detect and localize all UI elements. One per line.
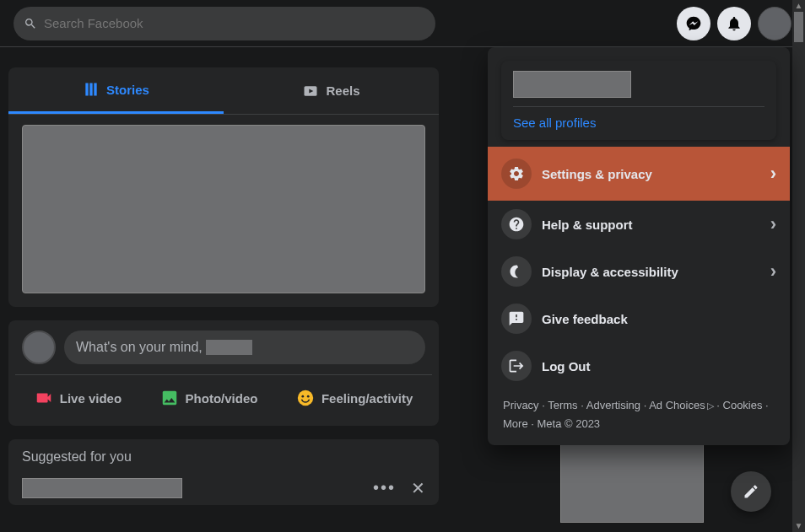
photo-video-button[interactable]: Photo/video bbox=[152, 384, 267, 412]
compose-fab[interactable] bbox=[731, 471, 771, 512]
composer-input[interactable]: What's on your mind, bbox=[64, 330, 425, 364]
footer-more[interactable]: More bbox=[503, 417, 528, 430]
menu-logout[interactable]: Log Out bbox=[494, 342, 783, 390]
photo-video-label: Photo/video bbox=[186, 391, 258, 406]
menu-footer: Privacy · Terms · Advertising · Ad Choic… bbox=[494, 390, 783, 438]
stories-area[interactable] bbox=[22, 125, 425, 293]
composer-card: What's on your mind, Live video Photo/vi… bbox=[8, 320, 439, 426]
messenger-button[interactable] bbox=[677, 7, 710, 40]
chevron-right-icon: › bbox=[770, 163, 776, 185]
suggested-close-button[interactable]: ✕ bbox=[411, 478, 425, 498]
gear-icon bbox=[508, 165, 525, 182]
scroll-down-arrow[interactable]: ▼ bbox=[792, 520, 805, 532]
photo-icon bbox=[160, 389, 179, 407]
scroll-up-arrow[interactable]: ▲ bbox=[792, 0, 805, 12]
composer-prompt: What's on your mind, bbox=[76, 340, 203, 355]
menu-help-support[interactable]: Help & support › bbox=[494, 201, 783, 248]
svg-point-1 bbox=[298, 390, 313, 406]
reels-icon bbox=[302, 83, 319, 99]
svg-point-3 bbox=[307, 395, 310, 398]
chevron-right-icon: › bbox=[770, 261, 776, 282]
stories-icon bbox=[83, 81, 100, 98]
account-avatar[interactable] bbox=[758, 7, 791, 40]
menu-display-accessibility[interactable]: Display & accessibility › bbox=[494, 248, 783, 295]
scroll-thumb[interactable] bbox=[794, 12, 803, 42]
help-icon bbox=[508, 216, 525, 233]
edit-icon bbox=[743, 483, 759, 500]
footer-meta: Meta © 2023 bbox=[537, 417, 600, 430]
svg-point-2 bbox=[301, 395, 304, 398]
suggested-item-placeholder bbox=[22, 478, 182, 498]
menu-feedback-label: Give feedback bbox=[542, 312, 628, 326]
feeling-label: Feeling/activity bbox=[321, 391, 413, 406]
composer-name-placeholder bbox=[206, 340, 252, 355]
tab-stories[interactable]: Stories bbox=[8, 67, 224, 114]
live-video-button[interactable]: Live video bbox=[26, 384, 130, 412]
see-all-profiles-link[interactable]: See all profiles bbox=[513, 116, 764, 130]
suggested-more-button[interactable]: ••• bbox=[373, 478, 396, 498]
menu-give-feedback[interactable]: Give feedback bbox=[494, 295, 783, 342]
footer-cookies[interactable]: Cookies bbox=[723, 399, 763, 411]
logout-icon bbox=[508, 357, 525, 374]
search-input[interactable] bbox=[44, 16, 425, 30]
menu-settings-label: Settings & privacy bbox=[542, 167, 652, 181]
menu-help-label: Help & support bbox=[542, 218, 633, 232]
account-menu: See all profiles Settings & privacy › He… bbox=[488, 47, 790, 445]
search-icon bbox=[24, 17, 37, 30]
composer-avatar[interactable] bbox=[22, 330, 56, 364]
menu-settings-privacy[interactable]: Settings & privacy › bbox=[488, 147, 790, 201]
profile-card[interactable]: See all profiles bbox=[501, 61, 776, 140]
menu-logout-label: Log Out bbox=[542, 359, 590, 373]
chevron-right-icon: › bbox=[770, 213, 776, 235]
footer-advertising[interactable]: Advertising bbox=[586, 399, 640, 411]
suggested-card: Suggested for you ••• ✕ bbox=[8, 439, 439, 505]
moon-icon bbox=[508, 263, 525, 280]
live-video-label: Live video bbox=[60, 391, 122, 406]
video-icon bbox=[35, 389, 53, 407]
smile-icon bbox=[296, 389, 315, 407]
feeling-button[interactable]: Feeling/activity bbox=[288, 384, 421, 412]
tab-reels[interactable]: Reels bbox=[224, 67, 439, 114]
menu-display-label: Display & accessibility bbox=[542, 265, 678, 279]
suggested-heading: Suggested for you bbox=[22, 449, 425, 465]
profile-name-placeholder bbox=[513, 71, 631, 98]
messenger-icon bbox=[685, 15, 702, 32]
feedback-icon bbox=[508, 310, 525, 327]
stories-card: Stories Reels bbox=[8, 67, 439, 307]
tab-stories-label: Stories bbox=[106, 83, 149, 97]
notifications-button[interactable] bbox=[717, 7, 751, 40]
footer-privacy[interactable]: Privacy bbox=[503, 399, 539, 411]
footer-terms[interactable]: Terms bbox=[548, 399, 577, 411]
tab-reels-label: Reels bbox=[326, 83, 359, 98]
search-bar[interactable] bbox=[14, 7, 435, 40]
bell-icon bbox=[726, 15, 743, 32]
scrollbar[interactable]: ▲ ▼ bbox=[792, 0, 805, 532]
footer-adchoices[interactable]: Ad Choices bbox=[649, 399, 705, 411]
